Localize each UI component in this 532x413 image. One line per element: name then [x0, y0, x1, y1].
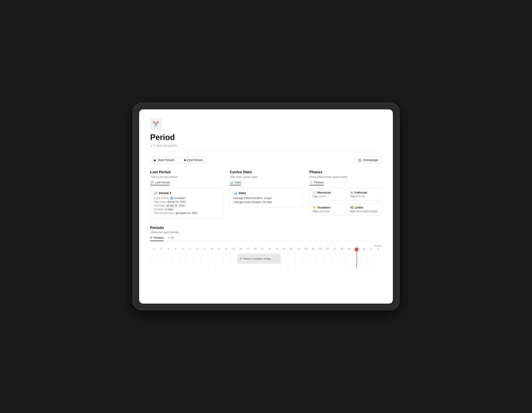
- end-period-button[interactable]: ■ End Period: [180, 156, 206, 164]
- divider: [150, 152, 382, 152]
- app-icon: ✂️: [150, 118, 162, 130]
- chevron-down-icon: ∨: [150, 144, 152, 147]
- phase-card-follicular: 🌸 Follicular Days 6 to 13: [347, 188, 382, 201]
- date-cell: 11: [215, 247, 223, 251]
- timeline-cell: [172, 252, 179, 268]
- last-period-heading: Last Period: [150, 170, 223, 174]
- timeline-cell: [230, 252, 237, 268]
- period-block-label: 🔗 Period 3 Duration: 6 days: [239, 257, 271, 260]
- date-cell: 13: [230, 247, 237, 251]
- date-cell: 15: [244, 247, 251, 251]
- date-cell: 19: [273, 247, 281, 251]
- date-row: 2345678910111213141516171819202122232425…: [150, 247, 382, 251]
- follicular-name: 🌸 Follicular: [350, 191, 379, 194]
- cycles-stats-section: Cycles Stats View your cycles stats 📊 St…: [230, 170, 302, 219]
- date-cell: 17: [259, 247, 266, 251]
- device-screen: ✂️ Period ∨ 2 more properties ▶ Start Pe…: [139, 109, 393, 304]
- play-icon: ▶: [154, 158, 156, 162]
- link-small-icon: 🔗: [150, 181, 154, 184]
- stats-card-title: 📊 Stats: [233, 191, 298, 195]
- date-cell: 1: [367, 247, 375, 251]
- date-cell: 25: [317, 247, 324, 251]
- timeline-cell: [186, 252, 194, 268]
- end-date-row: End Date: @July 20, 2024: [154, 204, 219, 207]
- avg-period-row: Average Period Duration: 6 days: [233, 197, 298, 200]
- date-cell: 21: [288, 247, 295, 251]
- stats-link[interactable]: 📊 Stats: [230, 181, 241, 185]
- timeline-cell: [179, 252, 187, 268]
- ovulation-name: ☀️ Ovulation: [313, 206, 341, 209]
- avg-cycle-row: Average Cycle Duration: 30 days: [233, 201, 298, 204]
- date-cell: 5: [172, 247, 179, 251]
- period-block-icon: 🔗: [239, 257, 242, 260]
- timeline-wrapper: August 234567891011121314151617181920212…: [150, 244, 382, 268]
- phases-link[interactable]: ❄️ Phases: [309, 181, 324, 185]
- timeline-cell: [215, 252, 223, 268]
- date-cell: 22: [295, 247, 302, 251]
- date-cell: 31: [360, 247, 367, 251]
- luteal-days: Days 20 to end of cycle: [350, 210, 379, 213]
- stats-icon: 📊: [230, 181, 233, 184]
- timeline-cell: [194, 252, 201, 268]
- phase-card-ovulation: ☀️ Ovulation Days 14 to 19: [309, 203, 345, 216]
- page-title: Period: [150, 133, 382, 142]
- date-cell: 7: [186, 247, 194, 251]
- timeline-cell: [375, 252, 382, 268]
- luteal-name: 🌿 Luteal: [350, 206, 379, 209]
- homepage-button[interactable]: 🏠 Homepage: [354, 156, 382, 164]
- cycle-phase-icon: 🌀: [170, 197, 173, 200]
- date-cell: 23: [302, 247, 309, 251]
- month-label: August: [150, 244, 382, 247]
- start-date-row: Start Date: @July 15, 2024: [154, 200, 219, 203]
- three-col-layout: Last Period Track your last period 🔗 Las…: [150, 170, 382, 219]
- follicular-icon: 🌸: [350, 191, 353, 194]
- timeline-cell: [331, 252, 338, 268]
- phases-heading: Phases: [309, 170, 382, 174]
- today-line: [357, 248, 357, 268]
- device-frame: ✂️ Period ∨ 2 more properties ▶ Start Pe…: [133, 103, 399, 310]
- date-cell: 12: [223, 247, 230, 251]
- timeline-cell: [295, 252, 302, 268]
- timeline-cell: [360, 252, 367, 268]
- date-cell: 10: [208, 247, 215, 251]
- tab-all[interactable]: ≡ All: [168, 236, 174, 241]
- last-period-section: Last Period Track your last period 🔗 Las…: [150, 170, 223, 219]
- stop-icon: ■: [184, 158, 186, 162]
- stats-card: 📊 Stats Average Period Duration: 6 days …: [230, 188, 302, 208]
- periods-heading: Periods: [150, 226, 382, 230]
- timeline-cell: [201, 252, 208, 268]
- date-cell: 29: [346, 247, 353, 251]
- timeline-cell: [150, 252, 157, 268]
- home-icon: 🏠: [358, 158, 362, 162]
- timeline-icon: ≡: [150, 236, 152, 239]
- date-cell: 6: [179, 247, 187, 251]
- timeline-cell: [317, 252, 324, 268]
- date-cell: 18: [266, 247, 273, 251]
- timeline-cell: [367, 252, 375, 268]
- date-cell: 27: [331, 247, 338, 251]
- timeline-cell: [324, 252, 331, 268]
- period-icon: 🔗: [154, 191, 158, 195]
- date-cell: 4: [165, 247, 172, 251]
- tab-timeline[interactable]: ≡ Timeline: [150, 236, 164, 241]
- ovulation-icon: ☀️: [313, 206, 316, 209]
- today-marker: [357, 248, 357, 268]
- last-period-card: 🔗 Period 3 Cycle Phase: 🌀 Ovulation Star…: [150, 188, 223, 219]
- periods-subtext: View your past periods: [150, 231, 382, 234]
- page-content: ✂️ Period ∨ 2 more properties ▶ Start Pe…: [139, 109, 393, 304]
- date-cell: 2: [150, 247, 157, 251]
- timeline-bar-area: 🔗 Period 3 Duration: 6 days: [150, 252, 382, 268]
- link-icon: ✂️: [152, 121, 159, 127]
- phases-grid: ❄️ Menstrual Days 1 to 5 🌸 Follicular Da…: [309, 188, 382, 216]
- date-cell: 16: [251, 247, 259, 251]
- cycles-stats-heading: Cycles Stats: [230, 170, 302, 174]
- more-properties-toggle[interactable]: ∨ 2 more properties: [150, 144, 382, 147]
- timeline-cell: [302, 252, 309, 268]
- duration-row: Duration: 6 days: [154, 208, 219, 211]
- start-period-button[interactable]: ▶ Start Period: [150, 156, 178, 164]
- date-cell: 2: [375, 247, 382, 251]
- last-period-link[interactable]: 🔗 Last Period: [150, 181, 170, 185]
- next-period-row: Next Period Start: @August 14, 2024: [154, 212, 219, 215]
- menstrual-days: Days 1 to 5: [313, 195, 341, 198]
- phase-card-luteal: 🌿 Luteal Days 20 to end of cycle: [347, 203, 382, 216]
